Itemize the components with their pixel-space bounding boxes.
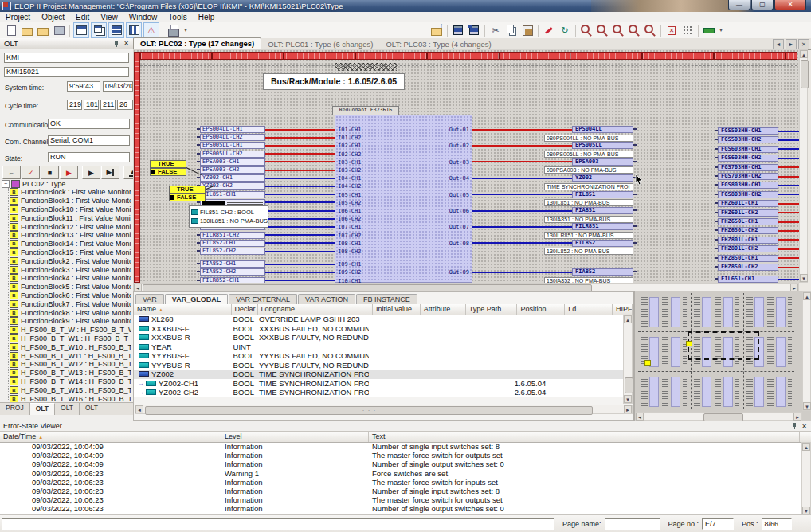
input-signal-box[interactable]: FIL852-CH1 — [200, 240, 265, 247]
tree-item[interactable]: BFunctionBlock8 : First Value Monitoring — [9, 308, 131, 317]
log-row[interactable]: 09/03/2022, 10:04:09InformationNumber of… — [0, 460, 800, 468]
log-row[interactable]: 09/03/2022, 10:04:09InformationNumber of… — [0, 442, 800, 451]
column-header-ld[interactable]: Ld — [565, 304, 613, 315]
print-icon[interactable] — [167, 23, 181, 37]
output-block[interactable]: FILR851 — [572, 223, 633, 230]
tree-item[interactable]: BFunctionBlock10 : First Value Monitorin… — [9, 205, 131, 214]
log-row[interactable]: 09/03/2022, 10:06:23InformationNumber of… — [0, 487, 800, 495]
copy-icon[interactable] — [504, 23, 519, 37]
overflow-icon[interactable] — [718, 23, 724, 37]
panel-close-icon[interactable]: ✕ — [801, 423, 807, 430]
tree-item[interactable]: BFunctionBlock14 : First Value Monitorin… — [9, 240, 131, 248]
panel-tab-olt-3[interactable]: OLT — [80, 403, 104, 415]
column-header-level[interactable]: Level — [221, 432, 369, 442]
tree-item[interactable]: BFunctionBlock11 : First Value Monitorin… — [9, 213, 131, 222]
tree-item[interactable]: BH_FS00_B_T_W1 : H_FS00_B_T_W — [9, 334, 131, 343]
output-block[interactable]: FIA851 — [572, 207, 633, 214]
log-row[interactable]: 09/03/2022, 10:06:23InformationThe maste… — [0, 478, 800, 487]
input-signal-box[interactable]: EPS005LL-CH1 — [200, 142, 265, 149]
refresh-icon[interactable] — [558, 23, 572, 37]
overview-vscrollbar[interactable]: ▲ ▼ — [802, 291, 811, 411]
table-row[interactable]: →YZ002-CH2BOOLTIME SYNCHRONIZATION FROM … — [134, 388, 625, 397]
output-block[interactable]: EPSA003 — [572, 158, 633, 166]
zoom-page-icon[interactable] — [643, 23, 657, 37]
table-row[interactable]: YZ002BOOLTIME SYNCHRONIZATION FROM DCS — [134, 370, 625, 379]
zoom-out-icon[interactable] — [595, 23, 609, 37]
grid-icon[interactable] — [680, 23, 695, 37]
menu-tools[interactable]: Tools — [163, 13, 192, 22]
input-signal-box[interactable]: FIA852-CH2 — [200, 268, 265, 276]
column-header-position[interactable]: Position — [517, 304, 565, 315]
var-tab-fb-instance[interactable]: FB INSTANCE — [356, 294, 417, 304]
new-document-icon[interactable] — [4, 23, 18, 37]
column-header-attribute[interactable]: Attribute — [421, 304, 466, 315]
log-row[interactable]: 09/03/2022, 10:06:23InformationNumber of… — [0, 504, 800, 513]
tree-item[interactable]: BFunctionBlock2 : First Value Monitoring — [9, 256, 131, 265]
input-signal-box[interactable]: FILR852-CH1 — [200, 277, 265, 283]
diagram-canvas[interactable]: Bus/Rack/Module : 1.6.05/2.6.05 Redundan… — [133, 49, 799, 283]
cascade-windows-icon[interactable] — [91, 22, 107, 38]
table-row[interactable]: XXXBUS-FBOOLXXXBUS FAILED, NO COMMUNICAT… — [134, 324, 625, 334]
overview-hscrollbar[interactable]: ◄ ► — [635, 412, 802, 421]
viewport-rectangle[interactable] — [688, 331, 759, 360]
right-signal-box[interactable]: FGS503HH-CH1 — [718, 127, 778, 135]
tree-item[interactable]: BH_FS00_B_T_W12 : H_FS00_B_T_W — [9, 360, 131, 369]
canvas-vscrollbar[interactable]: ▲ ▼ — [799, 49, 808, 283]
tree-item[interactable]: BFunctionBlock5 : First Value Monitoring — [9, 283, 131, 291]
step-button[interactable]: ▶ — [101, 166, 119, 179]
right-signal-box[interactable]: FHZ850L-CH2 — [718, 264, 778, 271]
input-signal-box[interactable]: FILR851-CH2 — [200, 232, 265, 239]
tree-item[interactable]: BFunctionBlock12 : First Value Monitorin… — [9, 222, 131, 231]
input-signal-box[interactable]: FIL852-CH2 — [200, 248, 265, 255]
tree-item[interactable]: BH_FS00_B_T_W16 : H_FS00_B_T_W — [9, 394, 131, 402]
var-vscrollbar[interactable]: ▲ ▼ — [623, 315, 633, 404]
log-row[interactable]: 09/03/2022, 10:06:23InformationThe maste… — [0, 495, 800, 504]
right-signal-box[interactable]: FHZ650L-CH1 — [718, 218, 778, 225]
var-tab-var-external[interactable]: VAR EXTERNAL — [229, 294, 297, 304]
menu-edit[interactable]: Edit — [70, 13, 95, 22]
tree-item[interactable]: BH_FS00_B_T_W13 : H_FS00_B_T_W — [9, 369, 131, 377]
var-tab-var-action[interactable]: VAR ACTION — [298, 294, 355, 304]
page-thumbnail[interactable] — [693, 375, 739, 410]
log-row[interactable]: 09/03/2022, 10:06:23Warning 1Force switc… — [0, 469, 800, 478]
tree-item[interactable]: BFunctionBlock3 : First Value Monitoring — [9, 265, 131, 274]
start-button[interactable]: ▶ — [60, 166, 78, 179]
resource-field[interactable]: KMI15021 — [4, 67, 129, 77]
menu-object[interactable]: Object — [36, 13, 70, 22]
output-block[interactable]: EPS004LL — [572, 126, 633, 133]
var-tab-var-global[interactable]: VAR_GLOBAL — [165, 294, 228, 304]
var-hscrollbar[interactable]: ◄ ⋮⋮⋮ ► — [135, 405, 633, 414]
output-block[interactable]: EPS005LL — [572, 142, 633, 149]
column-header-declar-[interactable]: Declar... — [232, 304, 258, 315]
right-signal-box[interactable]: FGS703HH-CH2 — [718, 173, 778, 180]
right-signal-box[interactable]: FHZ601L-CH1 — [718, 200, 778, 207]
input-signal-box[interactable]: EPS004LL-CH2 — [200, 134, 265, 141]
table-row[interactable]: YYYBUS-FBOOLYYYBUS FAILED, NO COMMUNICAT… — [134, 351, 625, 361]
panel-tab-olt-2[interactable]: OLT — [55, 403, 80, 415]
folder-up-icon[interactable] — [429, 23, 444, 37]
tree-item[interactable]: BFunctionBlock15 : First Value Monitorin… — [9, 248, 131, 257]
error-state-viewer-icon[interactable] — [143, 22, 159, 38]
menu-project[interactable]: Project — [0, 13, 36, 22]
right-signal-box[interactable]: FGS703HH-CH1 — [718, 164, 778, 171]
tree-item[interactable]: BFunctionBlock6 : First Value Monitoring — [9, 291, 131, 300]
output-block[interactable]: FIL851 — [572, 191, 633, 198]
tree-item[interactable]: BH_FS00_B_T_W15 : H_FS00_B_T_W — [9, 385, 131, 394]
input-signal-box[interactable]: FIA852-CH1 — [200, 260, 265, 268]
right-signal-box[interactable]: FGS803HH-CH2 — [718, 191, 778, 198]
stop-button[interactable]: ■ — [41, 166, 59, 179]
right-signal-box[interactable]: FIL651-CH1 — [718, 276, 778, 283]
page-thumbnail[interactable] — [693, 295, 739, 331]
tree-item[interactable]: BH_FS00_B_T_W10 : H_FS00_B_T_W — [9, 342, 131, 351]
save-icon[interactable] — [451, 23, 465, 37]
table-row[interactable]: →YZ002-CH1BOOLTIME SYNCHRONIZATION FROM … — [134, 379, 625, 389]
right-signal-box[interactable]: FHZ801L-CH1 — [718, 237, 778, 244]
column-header-date-time[interactable]: Date/Time▲ — [0, 432, 221, 442]
right-signal-box[interactable]: FGS603HH-CH1 — [718, 146, 778, 153]
minimize-button[interactable]: — — [728, 0, 750, 10]
page-thumbnail[interactable] — [746, 295, 792, 331]
tree-item[interactable]: BH_FS00_B_T_W : H_FS00_B_T_W — [9, 326, 131, 334]
canvas-hscrollbar[interactable]: ◄ ► — [133, 283, 799, 291]
panel-close-icon[interactable]: ✕ — [123, 40, 129, 47]
doc-tab[interactable]: OLT: PLC02 : Type (17 changes) — [133, 37, 261, 49]
